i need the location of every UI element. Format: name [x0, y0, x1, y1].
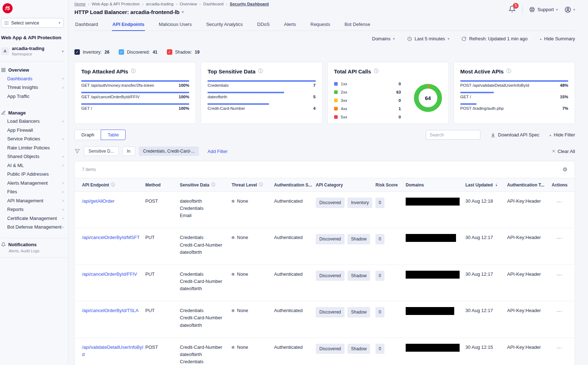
- api-endpoint-link[interactable]: /api/cancelOrderById/MSFT: [82, 235, 140, 240]
- breadcrumb-item[interactable]: Security Dashboard: [230, 2, 269, 6]
- row-actions-button[interactable]: ⋯: [552, 198, 568, 207]
- sort-icon[interactable]: ▲▼: [495, 183, 497, 186]
- service-select-dropdown[interactable]: Select service ▾: [1, 18, 64, 28]
- account-menu[interactable]: ▾: [564, 6, 575, 13]
- tab-malicious-users[interactable]: Malicious Users: [158, 19, 192, 31]
- tab-alerts[interactable]: Alerts: [283, 19, 297, 31]
- filter-field-select[interactable]: Sensitive D...: [84, 147, 119, 156]
- breadcrumb-item[interactable]: Dashboard: [203, 2, 223, 6]
- api-endpoint-link[interactable]: /api/validateDetailUserInfoById: [82, 344, 143, 357]
- column-header-api-category[interactable]: API Category: [316, 178, 374, 191]
- column-header-last-updated[interactable]: Last Updated▲▼: [465, 178, 506, 191]
- info-icon: ⓘ: [258, 68, 263, 75]
- sidebar-item-bot-defense-management[interactable]: Bot Defense Management›: [1, 223, 68, 232]
- breadcrumb-item[interactable]: arcadia-trading: [146, 2, 174, 6]
- sidebar-item-alerts-management[interactable]: Alerts Management›: [1, 179, 68, 188]
- sidebar-item-certificate-management[interactable]: Certificate Management›: [1, 214, 68, 223]
- cell-risk-score: 0: [375, 265, 404, 301]
- breadcrumb-item[interactable]: Web App & API Protection: [92, 2, 140, 6]
- cell-threat-level: None: [232, 192, 273, 228]
- nav-group-header[interactable]: Overview: [1, 66, 68, 74]
- attacked-api-value: 100%: [179, 83, 189, 87]
- bar-track: [460, 80, 568, 82]
- add-filter-button[interactable]: Add Filter: [208, 149, 228, 154]
- cell-actions: ⋯: [552, 338, 568, 365]
- nav-group-manage: ManageLoad Balancers›App FirewallService…: [1, 109, 68, 232]
- column-header-domains[interactable]: Domains: [406, 178, 464, 191]
- domains-dropdown[interactable]: Domains▾: [372, 36, 395, 41]
- sidebar-item-threat-insights[interactable]: Threat Insights›: [1, 83, 68, 92]
- sidebar-item-app-traffic[interactable]: App Traffic: [1, 92, 68, 101]
- table-view-button[interactable]: Table: [101, 130, 126, 140]
- sidebar-item-dashboards[interactable]: Dashboards›: [1, 74, 68, 83]
- sidebar-item-rate-limiter-policies[interactable]: Rate Limiter Policies: [1, 143, 68, 152]
- refresh-button[interactable]: Refresh: Updated 1 min ago: [461, 36, 528, 41]
- avatar-icon: [564, 6, 571, 13]
- tab-bot-defense[interactable]: Bot Defense: [344, 19, 371, 31]
- filter-operator-select[interactable]: In: [122, 147, 135, 156]
- notifications-section[interactable]: Notifications Alerts, Audit Logs: [1, 238, 68, 258]
- graph-view-button[interactable]: Graph: [74, 130, 101, 140]
- support-menu[interactable]: Support ▾: [529, 6, 558, 13]
- row-actions-button[interactable]: ⋯: [552, 271, 568, 280]
- sidebar-item-shared-objects[interactable]: Shared Objects›: [1, 152, 68, 161]
- tab-ddos[interactable]: DDoS: [256, 19, 270, 31]
- sidebar-item-service-policies[interactable]: Service Policies›: [1, 135, 68, 144]
- bar-track: [208, 92, 315, 93]
- attacked-api-row: GET /api/auth/money-transfer/2fa-token10…: [81, 80, 189, 87]
- clear-all-button[interactable]: ✕ Clear All: [552, 149, 575, 154]
- search-input[interactable]: [426, 130, 480, 140]
- api-endpoint-link[interactable]: /api/getAllOrder: [82, 198, 114, 204]
- namespace-selector[interactable]: A arcadia-trading Namespace ▾: [1, 46, 68, 56]
- breadcrumb-item[interactable]: Home: [74, 2, 86, 6]
- tab-security-analytics[interactable]: Security Analytics: [205, 19, 243, 31]
- attacked-api-row: GET /100%: [81, 103, 189, 111]
- download-api-spec-button[interactable]: Download API Spec: [491, 132, 539, 138]
- cell-api-category: DiscoveredInventory: [316, 192, 374, 228]
- column-header-method[interactable]: Method: [145, 178, 178, 191]
- column-header-api-endpoint[interactable]: API Endpointⓘ: [82, 178, 144, 191]
- notifications-bell[interactable]: 5: [509, 5, 516, 14]
- cell-sensitive-data: CredentialsCredit-Card-Numberdateofbirth: [180, 301, 230, 337]
- nav-group-header[interactable]: Manage: [1, 109, 68, 117]
- sidebar-item-api-management[interactable]: API Management›: [1, 196, 68, 205]
- sidebar-item-files[interactable]: Files›: [1, 188, 68, 197]
- tab-api-endpoints[interactable]: API Endpoints: [112, 19, 145, 31]
- breadcrumb-item[interactable]: Overview: [180, 2, 197, 6]
- threat-level-label: None: [237, 307, 248, 314]
- row-actions-button[interactable]: ⋯: [552, 344, 568, 353]
- tab-dashboard[interactable]: Dashboard: [74, 19, 99, 31]
- active-api-row: POST /trading/auth.php7%: [460, 103, 568, 111]
- hide-summary-toggle[interactable]: ▴Hide Summary: [540, 36, 575, 41]
- column-header-actions[interactable]: Actions: [552, 178, 568, 191]
- toolbar: Domains▾ Last 5 minutes▾ Refresh: Update…: [74, 36, 575, 41]
- sidebar-item-load-balancers[interactable]: Load Balancers›: [1, 117, 68, 126]
- sidebar-item-app-firewall[interactable]: App Firewall: [1, 126, 68, 135]
- gear-icon[interactable]: ⚙: [563, 166, 568, 173]
- active-api-label: GET /: [460, 95, 471, 99]
- sidebar-item-public-ip-addresses[interactable]: Public IP Addresses: [1, 170, 68, 179]
- column-header-risk-score[interactable]: Risk Score: [375, 178, 404, 191]
- filter-value-chip[interactable]: Credentials, Credit-Card-...: [139, 147, 199, 156]
- chevron-down-icon[interactable]: ▾: [182, 10, 184, 14]
- sidebar-item-ai-ml[interactable]: AI & ML›: [1, 161, 68, 170]
- api-endpoint-link[interactable]: /api/cancelOrderById/TSLA: [82, 308, 139, 313]
- column-header-sensitive-data[interactable]: Sensitive Dataⓘ: [180, 178, 230, 191]
- checkbox-shadow[interactable]: ✓Shadow: 19: [167, 49, 200, 55]
- row-actions-button[interactable]: ⋯: [552, 307, 568, 316]
- hide-filter-toggle[interactable]: ▴ Hide Filter: [550, 132, 575, 138]
- row-actions-button[interactable]: ⋯: [552, 234, 568, 243]
- sidebar-nav: OverviewDashboards›Threat Insights›App T…: [1, 66, 68, 231]
- sidebar-item-reports[interactable]: Reports›: [1, 205, 68, 214]
- status-legend-4xx: 4xx1: [334, 104, 414, 113]
- api-endpoint-link[interactable]: /api/cancelOrderById/FFIV: [82, 271, 137, 277]
- column-header-threat-level[interactable]: Threat Levelⓘ: [232, 178, 273, 191]
- tab-requests[interactable]: Requests: [310, 19, 331, 31]
- sensitive-data-label: dateofbirth: [208, 95, 227, 99]
- column-header-authentication-t-[interactable]: Authentication T...: [507, 178, 550, 191]
- column-header-authentication-s-[interactable]: Authentication S...: [274, 178, 314, 191]
- time-range-dropdown[interactable]: Last 5 minutes▾: [407, 36, 450, 41]
- checkbox-discovered[interactable]: ✓Discovered: 41: [119, 49, 158, 55]
- cell-threat-level: None: [232, 228, 273, 264]
- checkbox-inventory[interactable]: ✓Inventory: 26: [74, 49, 109, 55]
